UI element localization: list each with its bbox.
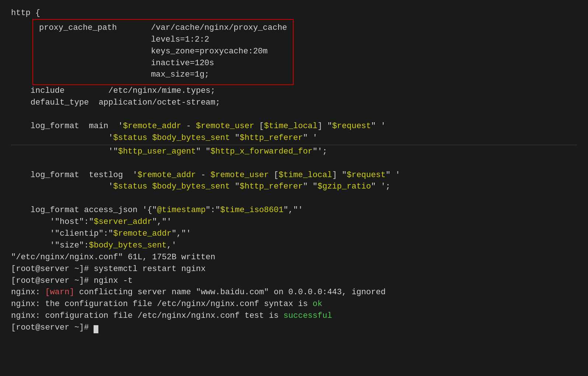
include-line: include /etc/nginx/mime.types; [11, 85, 577, 97]
log-format-main-3: '"$http_user_agent" "$http_x_forwarded_f… [11, 146, 577, 158]
proxy-line-1: proxy_cache_path /var/cache/nginx/proxy_… [39, 22, 287, 34]
proxy-line-5: max_size=1g; [39, 69, 287, 81]
written-line: "/etc/nginx/nginx.conf" 61L, 1752B writt… [11, 252, 577, 263]
proxy-cache-box: proxy_cache_path /var/cache/nginx/proxy_… [32, 19, 294, 85]
log-format-access-4: '"size":$body_bytes_sent,' [11, 240, 577, 252]
log-format-access-3: '"clientip":"$remote_addr","' [11, 228, 577, 240]
blank-line-1 [11, 109, 577, 120]
syntax-ok-line: nginx: the configuration file /etc/nginx… [11, 298, 577, 310]
warn-line: nginx: [warn] conflicting server name "w… [11, 287, 577, 298]
restart-line: [root@server ~]# systemctl restart nginx [11, 263, 577, 275]
test-successful-line: nginx: configuration file /etc/nginx/ngi… [11, 310, 577, 322]
proxy-line-4: inactive=120s [39, 57, 287, 69]
log-format-access-2: '"host":"$server_addr","' [11, 216, 577, 228]
log-format-main-1: log_format main '$remote_addr - $remote_… [11, 120, 577, 132]
log-format-test-1: log_format testlog '$remote_addr - $remo… [11, 169, 577, 181]
terminal-window: http { proxy_cache_path /var/cache/nginx… [11, 7, 577, 334]
http-open-line: http { [11, 7, 577, 19]
default-type-line: default_type application/octet-stream; [11, 97, 577, 109]
proxy-cache-block: proxy_cache_path /var/cache/nginx/proxy_… [32, 19, 294, 85]
log-format-test-2: '$status $body_bytes_sent "$http_referer… [11, 181, 577, 193]
proxy-line-3: keys_zone=proxycache:20m [39, 46, 287, 57]
blank-line-3 [11, 193, 577, 204]
proxy-line-2: levels=1:2:2 [39, 34, 287, 46]
log-format-access-1: log_format access_json '{"@timestamp":"$… [11, 204, 577, 216]
prompt-line[interactable]: [root@server ~]# [11, 322, 577, 334]
nginx-t-line: [root@server ~]# nginx -t [11, 275, 577, 287]
blank-line-2 [11, 158, 577, 169]
cursor [94, 325, 98, 333]
separator-line [11, 145, 577, 145]
log-format-main-2: '$status $body_bytes_sent "$http_referer… [11, 132, 577, 144]
